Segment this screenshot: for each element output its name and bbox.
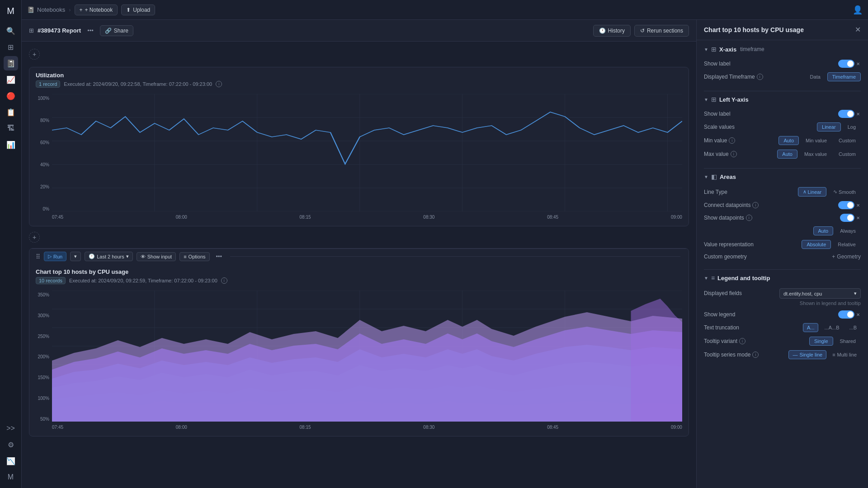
sidebar-metrics[interactable]: 📈 [4,72,18,87]
chart2-title: Chart top 10 hosts by CPU usage [36,268,682,275]
grid-dots-icon[interactable]: ⠿ [36,253,40,260]
chart1-canvas: 100% 80% 60% 40% 20% 0% [29,90,689,226]
close-panel-btn[interactable]: ✕ [855,26,861,33]
chart1-x-labels: 07:45 08:00 08:15 08:30 08:45 09:00 [52,213,682,220]
sidebar-home[interactable]: ⊞ [4,40,18,54]
dp-always-btn[interactable]: Always [835,226,861,235]
displayed-fields-dropdown[interactable]: dt.entity.host, cpu ▾ [779,288,861,299]
scale-log-btn[interactable]: Log [843,122,861,131]
add-block-middle[interactable]: + [29,232,40,243]
show-legend-clear[interactable]: ✕ [855,312,861,317]
fields-hint: Shown in legend and tooltip [800,300,861,306]
show-dp-label: Show datapoints [704,215,744,221]
sidebar-user[interactable]: M [4,470,18,484]
show-label-y-toggle[interactable] [838,110,854,118]
show-input-btn[interactable]: 👁 Show input [137,252,176,261]
divider-2 [704,168,861,169]
show-dp-info[interactable]: i [746,215,752,221]
sidebar-search[interactable]: 🔍 [4,23,18,38]
min-auto-btn[interactable]: Auto [778,136,799,145]
sidebar-settings[interactable]: ⚙ [4,437,18,452]
show-label-x-text: Show label [704,61,731,67]
max-auto-btn[interactable]: Auto [777,150,797,159]
run-options-btn[interactable]: ▾ [70,252,81,261]
run-btn[interactable]: ▷ Run [44,252,66,261]
timeframe-data-btn[interactable]: Data [805,72,826,81]
connect-dp-toggle[interactable] [838,201,854,209]
timeframe-btn[interactable]: 🕐 Last 2 hours ▾ [85,252,133,261]
x-axis-header[interactable]: ▼ ⊞ X-axis timeframe [704,46,861,53]
user-avatar[interactable]: 👤 [853,5,863,14]
min-value-btn[interactable]: Min value [801,136,832,145]
sidebar-apm[interactable]: 📊 [4,137,18,152]
trunc-a-btn[interactable]: A... [803,323,819,332]
share-btn[interactable]: 🔗 Share [100,25,133,36]
sidebar-logs[interactable]: 📋 [4,105,18,119]
history-icon: 🕐 [599,28,606,34]
show-dp-toggle[interactable] [840,214,854,222]
y-axis-title: Left Y-axis [719,96,749,103]
y-axis-header[interactable]: ▼ ⊞ Left Y-axis [704,96,861,103]
show-dp-controls: ✕ [840,214,861,222]
report-more-btn[interactable]: ••• [85,26,96,35]
chart1-header: Utilization 1 record Executed at: 2024/0… [29,67,689,90]
value-absolute-btn[interactable]: Absolute [802,240,831,249]
trunc-b-btn[interactable]: ...B [845,323,861,332]
show-legend-toggle[interactable] [838,310,854,319]
show-dp-clear[interactable]: ✕ [855,216,861,221]
min-info-icon[interactable]: i [729,137,735,144]
report-title: #389473 Report [38,27,81,34]
chart1-info-icon[interactable]: i [216,81,222,87]
upload-btn[interactable]: ⬆ Upload [121,5,155,15]
max-custom-btn[interactable]: Custom [834,150,861,159]
report-main: ⊞ #389473 Report ••• 🔗 Share 🕐 History ↺ [22,20,696,488]
value-relative-btn[interactable]: Relative [833,240,861,249]
show-label-y-clear[interactable]: ✕ [855,112,861,117]
timeframe-info-icon[interactable]: i [757,74,763,80]
line-smooth-btn[interactable]: ∿ Smooth [828,187,861,197]
new-notebook-btn[interactable]: + + Notebook [75,5,118,15]
rerun-btn[interactable]: ↺ Rerun sections [634,25,689,37]
line-linear-btn[interactable]: ∧ Linear [798,187,827,197]
plus-icon: + [80,7,83,13]
chart2-info-icon[interactable]: i [221,277,227,284]
max-value-btn[interactable]: Max value [799,150,832,159]
add-block-top[interactable]: + [29,49,40,60]
eye-icon: 👁 [141,254,146,259]
share-icon: 🔗 [105,28,112,34]
timeframe-timeframe-btn[interactable]: Timeframe [827,72,861,81]
max-info-icon[interactable]: i [731,151,737,157]
multi-line-btn[interactable]: ≡ Multi line [828,350,861,359]
sidebar-infra[interactable]: 🏗 [4,121,18,136]
trunc-ab-btn[interactable]: ...A...B [820,323,843,332]
dp-auto-btn[interactable]: Auto [813,226,834,235]
legend-header[interactable]: ▼ ≡ Legend and tooltip [704,274,861,282]
sidebar-expand[interactable]: >> [4,421,18,436]
show-label-x-clear[interactable]: ✕ [855,61,861,66]
series-mode-info[interactable]: i [752,352,759,358]
options-btn[interactable]: ≡ Options [179,252,209,261]
smooth-icon: ∿ [833,189,837,195]
connect-dp-info[interactable]: i [752,202,759,208]
add-geometry-btn[interactable]: + Geometry [832,253,861,260]
variant-shared-btn[interactable]: Shared [835,337,861,346]
history-btn[interactable]: 🕐 History [593,25,631,37]
divider-1 [704,91,861,91]
connect-dp-clear[interactable]: ✕ [855,203,861,208]
dp-mode-controls: Auto Always [813,226,861,235]
scale-linear-btn[interactable]: Linear [817,122,841,131]
single-line-btn[interactable]: — Single line [788,350,826,359]
right-panel-title: Chart top 10 hosts by CPU usage [704,26,804,33]
variant-controls: Single Shared [809,337,861,346]
areas-header[interactable]: ▼ ◧ Areas [704,173,861,180]
tooltip-variant-info[interactable]: i [739,338,745,344]
sidebar-problems[interactable]: 🔴 [4,89,18,103]
sidebar-analytics[interactable]: 📉 [4,454,18,468]
show-label-x-toggle[interactable] [838,60,854,68]
min-custom-btn[interactable]: Custom [834,136,861,145]
variant-single-btn[interactable]: Single [809,337,833,346]
grid-icon[interactable]: ⊞ [29,27,34,34]
notebooks-nav[interactable]: 📓 Notebooks [27,6,65,13]
chart2-more-btn[interactable]: ••• [213,252,225,261]
sidebar-notebooks[interactable]: 📓 [4,56,18,70]
